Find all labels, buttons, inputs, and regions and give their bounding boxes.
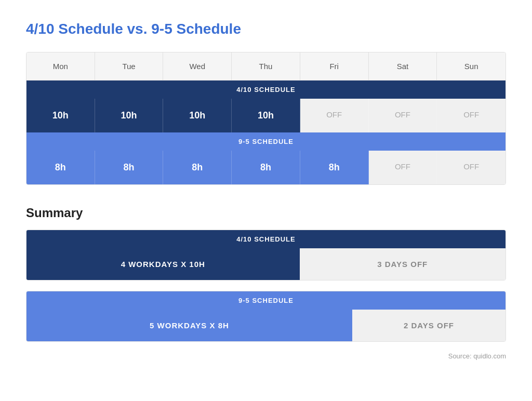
summary-95-workdays: 5 WORKDAYS X 8H bbox=[26, 310, 352, 341]
summary-410-data-row: 4 WORKDAYS X 10H 3 DAYS OFF bbox=[26, 248, 506, 280]
summary-95-label: 9-5 SCHEDULE bbox=[26, 291, 506, 310]
410-fri: OFF bbox=[300, 99, 369, 132]
410-wed: 10h bbox=[163, 99, 232, 132]
day-wed: Wed bbox=[163, 52, 232, 80]
summary-95-label-row: 9-5 SCHEDULE bbox=[26, 291, 506, 310]
summary-95-block: 9-5 SCHEDULE 5 WORKDAYS X 8H 2 DAYS OFF bbox=[26, 291, 506, 342]
day-sat: Sat bbox=[369, 52, 437, 80]
source-text: Source: quidlo.com bbox=[26, 352, 506, 360]
95-data-row: 8h 8h 8h 8h 8h OFF OFF bbox=[26, 151, 506, 184]
day-fri: Fri bbox=[300, 52, 369, 80]
410-sun: OFF bbox=[437, 99, 506, 132]
summary-95-data-row: 5 WORKDAYS X 8H 2 DAYS OFF bbox=[26, 310, 506, 341]
summary-410-label: 4/10 SCHEDULE bbox=[26, 230, 506, 248]
95-fri: 8h bbox=[300, 151, 369, 184]
summary-410-block: 4/10 SCHEDULE 4 WORKDAYS X 10H 3 DAYS OF… bbox=[26, 230, 506, 280]
95-wed: 8h bbox=[163, 151, 232, 184]
day-tue: Tue bbox=[95, 52, 164, 80]
95-tue: 8h bbox=[95, 151, 164, 184]
schedule-comparison-table: Mon Tue Wed Thu Fri Sat Sun 4/10 SCHEDUL… bbox=[26, 52, 506, 185]
95-label-row: 9-5 SCHEDULE bbox=[26, 132, 506, 151]
summary-title: Summary bbox=[26, 206, 506, 220]
summary-410-label-row: 4/10 SCHEDULE bbox=[26, 230, 506, 248]
410-label-row: 4/10 SCHEDULE bbox=[26, 81, 506, 99]
day-mon: Mon bbox=[26, 52, 95, 80]
410-sat: OFF bbox=[369, 99, 437, 132]
410-tue: 10h bbox=[95, 99, 164, 132]
410-thu: 10h bbox=[232, 99, 300, 132]
summary-95-off: 2 DAYS OFF bbox=[352, 310, 506, 341]
95-sun: OFF bbox=[437, 151, 506, 184]
day-sun: Sun bbox=[437, 52, 506, 80]
page-title: 4/10 Schedule vs. 9-5 Schedule bbox=[26, 21, 506, 37]
summary-410-off: 3 DAYS OFF bbox=[300, 248, 506, 280]
95-thu: 8h bbox=[232, 151, 300, 184]
95-sat: OFF bbox=[369, 151, 437, 184]
410-schedule-label: 4/10 SCHEDULE bbox=[26, 81, 506, 99]
day-thu: Thu bbox=[232, 52, 300, 80]
410-data-row: 10h 10h 10h 10h OFF OFF OFF bbox=[26, 99, 506, 132]
95-schedule-label: 9-5 SCHEDULE bbox=[26, 132, 506, 151]
summary-410-workdays: 4 WORKDAYS X 10H bbox=[26, 248, 300, 280]
410-mon: 10h bbox=[26, 99, 95, 132]
day-header-row: Mon Tue Wed Thu Fri Sat Sun bbox=[26, 52, 506, 81]
95-mon: 8h bbox=[26, 151, 95, 184]
